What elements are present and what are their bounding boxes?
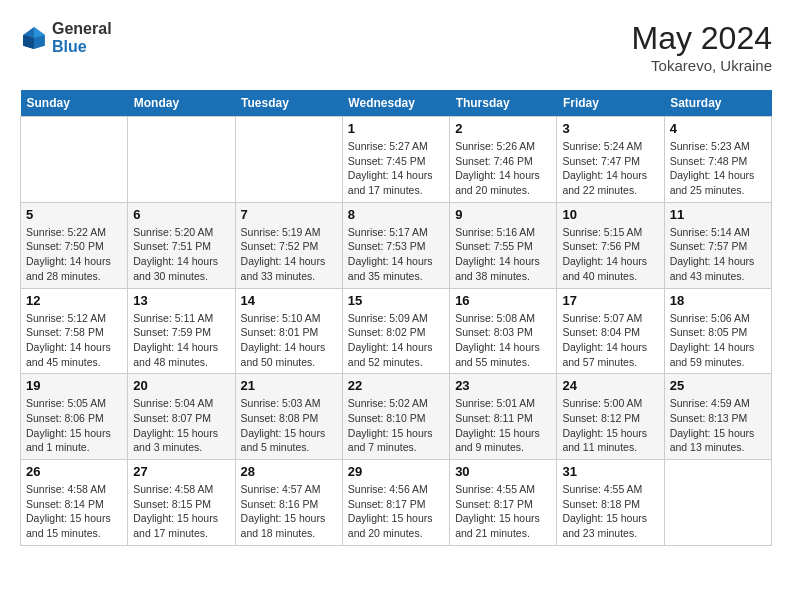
day-number: 11: [670, 207, 766, 222]
calendar-cell: 17Sunrise: 5:07 AM Sunset: 8:04 PM Dayli…: [557, 288, 664, 374]
day-number: 30: [455, 464, 551, 479]
page-header: General Blue May 2024 Tokarevo, Ukraine: [20, 20, 772, 74]
day-info: Sunrise: 4:58 AM Sunset: 8:14 PM Dayligh…: [26, 482, 122, 541]
day-info: Sunrise: 5:01 AM Sunset: 8:11 PM Dayligh…: [455, 396, 551, 455]
day-info: Sunrise: 5:24 AM Sunset: 7:47 PM Dayligh…: [562, 139, 658, 198]
day-info: Sunrise: 4:58 AM Sunset: 8:15 PM Dayligh…: [133, 482, 229, 541]
day-number: 17: [562, 293, 658, 308]
day-info: Sunrise: 5:14 AM Sunset: 7:57 PM Dayligh…: [670, 225, 766, 284]
day-info: Sunrise: 4:59 AM Sunset: 8:13 PM Dayligh…: [670, 396, 766, 455]
calendar-cell: 1Sunrise: 5:27 AM Sunset: 7:45 PM Daylig…: [342, 117, 449, 203]
day-number: 16: [455, 293, 551, 308]
calendar-cell: [664, 460, 771, 546]
day-number: 31: [562, 464, 658, 479]
day-info: Sunrise: 5:10 AM Sunset: 8:01 PM Dayligh…: [241, 311, 337, 370]
calendar-cell: 12Sunrise: 5:12 AM Sunset: 7:58 PM Dayli…: [21, 288, 128, 374]
day-info: Sunrise: 4:56 AM Sunset: 8:17 PM Dayligh…: [348, 482, 444, 541]
title-block: May 2024 Tokarevo, Ukraine: [631, 20, 772, 74]
day-number: 2: [455, 121, 551, 136]
calendar-cell: 3Sunrise: 5:24 AM Sunset: 7:47 PM Daylig…: [557, 117, 664, 203]
day-number: 8: [348, 207, 444, 222]
logo-text: General Blue: [52, 20, 112, 55]
calendar-cell: [21, 117, 128, 203]
calendar-cell: 10Sunrise: 5:15 AM Sunset: 7:56 PM Dayli…: [557, 202, 664, 288]
day-info: Sunrise: 5:23 AM Sunset: 7:48 PM Dayligh…: [670, 139, 766, 198]
calendar-cell: 7Sunrise: 5:19 AM Sunset: 7:52 PM Daylig…: [235, 202, 342, 288]
calendar-week-3: 12Sunrise: 5:12 AM Sunset: 7:58 PM Dayli…: [21, 288, 772, 374]
calendar-week-4: 19Sunrise: 5:05 AM Sunset: 8:06 PM Dayli…: [21, 374, 772, 460]
day-info: Sunrise: 5:09 AM Sunset: 8:02 PM Dayligh…: [348, 311, 444, 370]
calendar-cell: 4Sunrise: 5:23 AM Sunset: 7:48 PM Daylig…: [664, 117, 771, 203]
calendar-cell: 27Sunrise: 4:58 AM Sunset: 8:15 PM Dayli…: [128, 460, 235, 546]
calendar-week-5: 26Sunrise: 4:58 AM Sunset: 8:14 PM Dayli…: [21, 460, 772, 546]
day-info: Sunrise: 5:08 AM Sunset: 8:03 PM Dayligh…: [455, 311, 551, 370]
calendar-header: SundayMondayTuesdayWednesdayThursdayFrid…: [21, 90, 772, 117]
day-info: Sunrise: 5:00 AM Sunset: 8:12 PM Dayligh…: [562, 396, 658, 455]
calendar-cell: 30Sunrise: 4:55 AM Sunset: 8:17 PM Dayli…: [450, 460, 557, 546]
location: Tokarevo, Ukraine: [631, 57, 772, 74]
calendar-cell: 29Sunrise: 4:56 AM Sunset: 8:17 PM Dayli…: [342, 460, 449, 546]
calendar-cell: 15Sunrise: 5:09 AM Sunset: 8:02 PM Dayli…: [342, 288, 449, 374]
calendar-cell: 16Sunrise: 5:08 AM Sunset: 8:03 PM Dayli…: [450, 288, 557, 374]
calendar-cell: 9Sunrise: 5:16 AM Sunset: 7:55 PM Daylig…: [450, 202, 557, 288]
day-info: Sunrise: 5:22 AM Sunset: 7:50 PM Dayligh…: [26, 225, 122, 284]
day-number: 26: [26, 464, 122, 479]
calendar-cell: 2Sunrise: 5:26 AM Sunset: 7:46 PM Daylig…: [450, 117, 557, 203]
calendar-cell: 18Sunrise: 5:06 AM Sunset: 8:05 PM Dayli…: [664, 288, 771, 374]
day-info: Sunrise: 5:19 AM Sunset: 7:52 PM Dayligh…: [241, 225, 337, 284]
day-number: 29: [348, 464, 444, 479]
calendar-cell: 22Sunrise: 5:02 AM Sunset: 8:10 PM Dayli…: [342, 374, 449, 460]
logo-blue-text: Blue: [52, 38, 112, 56]
day-info: Sunrise: 5:03 AM Sunset: 8:08 PM Dayligh…: [241, 396, 337, 455]
weekday-row: SundayMondayTuesdayWednesdayThursdayFrid…: [21, 90, 772, 117]
day-number: 24: [562, 378, 658, 393]
day-info: Sunrise: 5:05 AM Sunset: 8:06 PM Dayligh…: [26, 396, 122, 455]
day-number: 3: [562, 121, 658, 136]
logo-icon: [20, 24, 48, 52]
weekday-header-tuesday: Tuesday: [235, 90, 342, 117]
day-number: 19: [26, 378, 122, 393]
day-number: 28: [241, 464, 337, 479]
day-number: 4: [670, 121, 766, 136]
calendar-cell: 24Sunrise: 5:00 AM Sunset: 8:12 PM Dayli…: [557, 374, 664, 460]
calendar-cell: 6Sunrise: 5:20 AM Sunset: 7:51 PM Daylig…: [128, 202, 235, 288]
calendar-table: SundayMondayTuesdayWednesdayThursdayFrid…: [20, 90, 772, 546]
calendar-cell: 19Sunrise: 5:05 AM Sunset: 8:06 PM Dayli…: [21, 374, 128, 460]
day-number: 18: [670, 293, 766, 308]
calendar-cell: 23Sunrise: 5:01 AM Sunset: 8:11 PM Dayli…: [450, 374, 557, 460]
calendar-cell: [128, 117, 235, 203]
day-info: Sunrise: 5:12 AM Sunset: 7:58 PM Dayligh…: [26, 311, 122, 370]
day-number: 5: [26, 207, 122, 222]
weekday-header-monday: Monday: [128, 90, 235, 117]
day-number: 20: [133, 378, 229, 393]
calendar-cell: 28Sunrise: 4:57 AM Sunset: 8:16 PM Dayli…: [235, 460, 342, 546]
day-info: Sunrise: 5:15 AM Sunset: 7:56 PM Dayligh…: [562, 225, 658, 284]
day-info: Sunrise: 5:16 AM Sunset: 7:55 PM Dayligh…: [455, 225, 551, 284]
day-number: 1: [348, 121, 444, 136]
calendar-cell: 11Sunrise: 5:14 AM Sunset: 7:57 PM Dayli…: [664, 202, 771, 288]
day-number: 14: [241, 293, 337, 308]
weekday-header-thursday: Thursday: [450, 90, 557, 117]
calendar-cell: 5Sunrise: 5:22 AM Sunset: 7:50 PM Daylig…: [21, 202, 128, 288]
day-info: Sunrise: 5:04 AM Sunset: 8:07 PM Dayligh…: [133, 396, 229, 455]
calendar-cell: 20Sunrise: 5:04 AM Sunset: 8:07 PM Dayli…: [128, 374, 235, 460]
calendar-cell: 8Sunrise: 5:17 AM Sunset: 7:53 PM Daylig…: [342, 202, 449, 288]
calendar-week-1: 1Sunrise: 5:27 AM Sunset: 7:45 PM Daylig…: [21, 117, 772, 203]
day-number: 27: [133, 464, 229, 479]
day-number: 15: [348, 293, 444, 308]
day-info: Sunrise: 5:11 AM Sunset: 7:59 PM Dayligh…: [133, 311, 229, 370]
day-number: 22: [348, 378, 444, 393]
calendar-week-2: 5Sunrise: 5:22 AM Sunset: 7:50 PM Daylig…: [21, 202, 772, 288]
day-info: Sunrise: 5:17 AM Sunset: 7:53 PM Dayligh…: [348, 225, 444, 284]
day-number: 23: [455, 378, 551, 393]
day-number: 10: [562, 207, 658, 222]
day-info: Sunrise: 5:02 AM Sunset: 8:10 PM Dayligh…: [348, 396, 444, 455]
weekday-header-saturday: Saturday: [664, 90, 771, 117]
day-info: Sunrise: 5:26 AM Sunset: 7:46 PM Dayligh…: [455, 139, 551, 198]
day-info: Sunrise: 5:27 AM Sunset: 7:45 PM Dayligh…: [348, 139, 444, 198]
day-number: 7: [241, 207, 337, 222]
calendar-cell: 25Sunrise: 4:59 AM Sunset: 8:13 PM Dayli…: [664, 374, 771, 460]
weekday-header-friday: Friday: [557, 90, 664, 117]
calendar-cell: [235, 117, 342, 203]
day-info: Sunrise: 5:20 AM Sunset: 7:51 PM Dayligh…: [133, 225, 229, 284]
